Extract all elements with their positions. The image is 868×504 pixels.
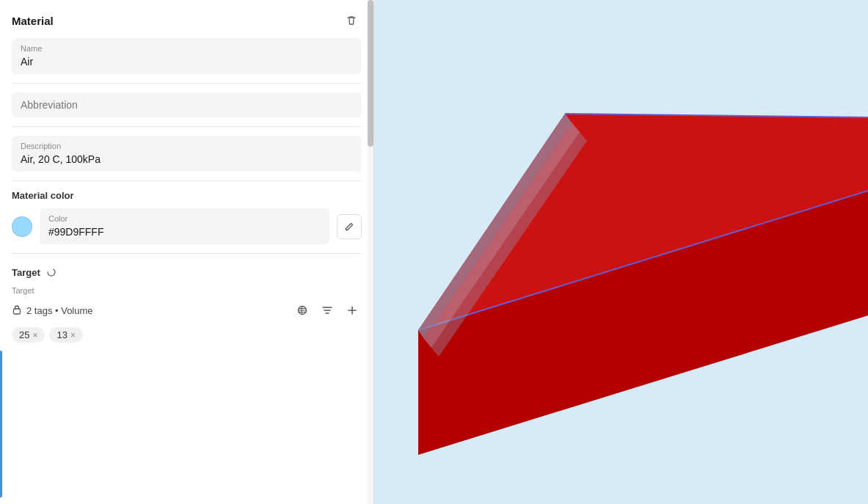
name-field-group: Name — [12, 38, 362, 74]
right-panel — [374, 0, 868, 504]
target-header: Target — [12, 266, 362, 279]
target-title: Target — [12, 267, 40, 278]
panel-title: Material — [12, 15, 54, 27]
name-field-box: Name — [12, 38, 362, 74]
scroll-track — [368, 0, 373, 504]
color-row: Color — [12, 208, 362, 244]
description-input[interactable] — [21, 153, 353, 165]
material-color-title: Material color — [12, 190, 362, 201]
target-actions — [293, 301, 362, 320]
tag-chip-25: 25 × — [12, 327, 45, 343]
color-label: Color — [48, 214, 321, 223]
description-label: Description — [21, 142, 353, 150]
divider-3 — [12, 180, 362, 181]
abbreviation-field-box — [12, 92, 362, 117]
tag-close-13[interactable]: × — [70, 331, 76, 340]
scroll-thumb[interactable] — [368, 0, 373, 147]
target-tags-info: 2 tags • Volume — [26, 305, 93, 316]
color-field-box: Color — [40, 208, 329, 244]
left-accent — [0, 351, 2, 497]
add-tag-button[interactable] — [343, 301, 362, 320]
color-edit-button[interactable] — [337, 214, 362, 239]
target-info-row: 2 tags • Volume — [12, 301, 362, 320]
name-label: Name — [21, 44, 353, 53]
color-input[interactable] — [48, 226, 321, 238]
refresh-icon[interactable] — [45, 266, 58, 279]
target-left: 2 tags • Volume — [12, 304, 93, 317]
name-input[interactable] — [21, 56, 353, 67]
target-section: Target Target 2 — [12, 266, 362, 343]
svg-rect-0 — [14, 309, 21, 314]
globe-icon[interactable] — [293, 301, 312, 320]
material-color-section: Material color Color — [12, 190, 362, 244]
delete-button[interactable] — [341, 10, 362, 31]
description-field-group: Description — [12, 136, 362, 172]
divider-1 — [12, 83, 362, 84]
lock-icon — [12, 304, 22, 317]
tag-label-25: 25 — [19, 329, 29, 340]
panel-header: Material — [0, 0, 373, 38]
tag-close-25[interactable]: × — [32, 331, 37, 340]
divider-4 — [12, 253, 362, 254]
divider-2 — [12, 126, 362, 127]
description-field-box: Description — [12, 136, 362, 172]
tag-label-13: 13 — [56, 329, 67, 340]
tag-chip-13: 13 × — [49, 327, 82, 343]
abbreviation-input[interactable] — [21, 99, 353, 111]
tags-row: 25 × 13 × — [12, 327, 362, 343]
left-panel: Material Name Description — [0, 0, 374, 504]
target-field-label: Target — [12, 286, 362, 295]
color-swatch[interactable] — [12, 216, 32, 237]
filter-icon[interactable] — [318, 301, 337, 320]
scroll-area: Name Description Material color — [0, 38, 373, 504]
abbreviation-field-group — [12, 92, 362, 117]
viewport-3d[interactable] — [374, 0, 868, 504]
